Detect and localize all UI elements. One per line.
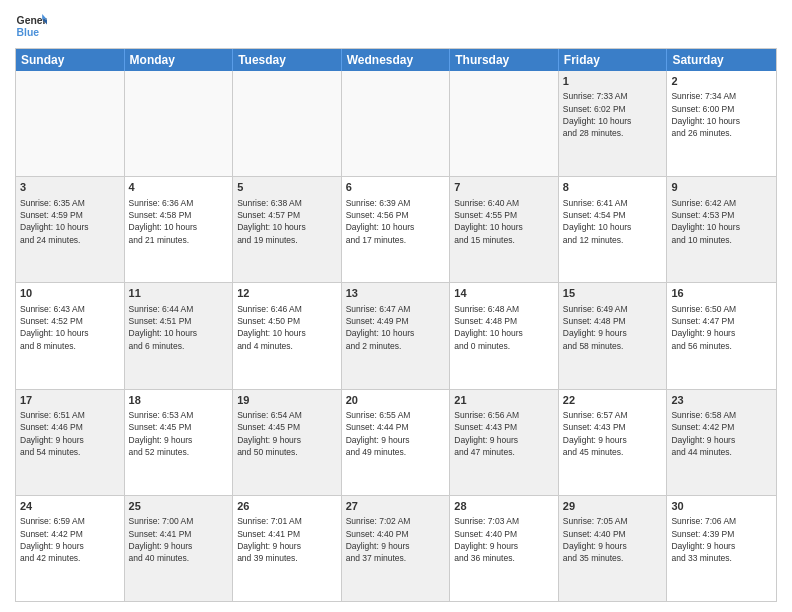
day-cell-30: 30Sunrise: 7:06 AM Sunset: 4:39 PM Dayli… (667, 496, 776, 601)
day-info: Sunrise: 6:55 AM Sunset: 4:44 PM Dayligh… (346, 409, 446, 458)
day-cell-19: 19Sunrise: 6:54 AM Sunset: 4:45 PM Dayli… (233, 390, 342, 495)
day-cell-10: 10Sunrise: 6:43 AM Sunset: 4:52 PM Dayli… (16, 283, 125, 388)
header-day-tuesday: Tuesday (233, 49, 342, 71)
day-info: Sunrise: 6:44 AM Sunset: 4:51 PM Dayligh… (129, 303, 229, 352)
day-number: 20 (346, 393, 446, 408)
calendar-header: SundayMondayTuesdayWednesdayThursdayFrid… (16, 49, 776, 71)
day-info: Sunrise: 7:06 AM Sunset: 4:39 PM Dayligh… (671, 515, 772, 564)
day-number: 17 (20, 393, 120, 408)
day-info: Sunrise: 6:35 AM Sunset: 4:59 PM Dayligh… (20, 197, 120, 246)
day-number: 19 (237, 393, 337, 408)
day-cell-29: 29Sunrise: 7:05 AM Sunset: 4:40 PM Dayli… (559, 496, 668, 601)
day-number: 5 (237, 180, 337, 195)
day-cell-12: 12Sunrise: 6:46 AM Sunset: 4:50 PM Dayli… (233, 283, 342, 388)
empty-cell-0-0 (16, 71, 125, 176)
day-cell-22: 22Sunrise: 6:57 AM Sunset: 4:43 PM Dayli… (559, 390, 668, 495)
day-number: 18 (129, 393, 229, 408)
day-info: Sunrise: 6:57 AM Sunset: 4:43 PM Dayligh… (563, 409, 663, 458)
day-info: Sunrise: 6:36 AM Sunset: 4:58 PM Dayligh… (129, 197, 229, 246)
day-cell-20: 20Sunrise: 6:55 AM Sunset: 4:44 PM Dayli… (342, 390, 451, 495)
day-info: Sunrise: 7:01 AM Sunset: 4:41 PM Dayligh… (237, 515, 337, 564)
day-number: 24 (20, 499, 120, 514)
day-number: 12 (237, 286, 337, 301)
day-cell-11: 11Sunrise: 6:44 AM Sunset: 4:51 PM Dayli… (125, 283, 234, 388)
calendar-row-2: 10Sunrise: 6:43 AM Sunset: 4:52 PM Dayli… (16, 282, 776, 388)
header-day-saturday: Saturday (667, 49, 776, 71)
day-cell-1: 1Sunrise: 7:33 AM Sunset: 6:02 PM Daylig… (559, 71, 668, 176)
day-number: 29 (563, 499, 663, 514)
day-cell-16: 16Sunrise: 6:50 AM Sunset: 4:47 PM Dayli… (667, 283, 776, 388)
day-cell-3: 3Sunrise: 6:35 AM Sunset: 4:59 PM Daylig… (16, 177, 125, 282)
day-info: Sunrise: 7:03 AM Sunset: 4:40 PM Dayligh… (454, 515, 554, 564)
day-number: 4 (129, 180, 229, 195)
day-info: Sunrise: 6:39 AM Sunset: 4:56 PM Dayligh… (346, 197, 446, 246)
day-info: Sunrise: 6:42 AM Sunset: 4:53 PM Dayligh… (671, 197, 772, 246)
day-info: Sunrise: 6:54 AM Sunset: 4:45 PM Dayligh… (237, 409, 337, 458)
day-info: Sunrise: 6:58 AM Sunset: 4:42 PM Dayligh… (671, 409, 772, 458)
calendar-row-4: 24Sunrise: 6:59 AM Sunset: 4:42 PM Dayli… (16, 495, 776, 601)
day-info: Sunrise: 6:56 AM Sunset: 4:43 PM Dayligh… (454, 409, 554, 458)
day-cell-13: 13Sunrise: 6:47 AM Sunset: 4:49 PM Dayli… (342, 283, 451, 388)
day-number: 10 (20, 286, 120, 301)
day-cell-9: 9Sunrise: 6:42 AM Sunset: 4:53 PM Daylig… (667, 177, 776, 282)
day-cell-21: 21Sunrise: 6:56 AM Sunset: 4:43 PM Dayli… (450, 390, 559, 495)
day-cell-8: 8Sunrise: 6:41 AM Sunset: 4:54 PM Daylig… (559, 177, 668, 282)
day-cell-6: 6Sunrise: 6:39 AM Sunset: 4:56 PM Daylig… (342, 177, 451, 282)
day-info: Sunrise: 6:48 AM Sunset: 4:48 PM Dayligh… (454, 303, 554, 352)
header-day-thursday: Thursday (450, 49, 559, 71)
day-number: 8 (563, 180, 663, 195)
day-cell-4: 4Sunrise: 6:36 AM Sunset: 4:58 PM Daylig… (125, 177, 234, 282)
day-info: Sunrise: 7:05 AM Sunset: 4:40 PM Dayligh… (563, 515, 663, 564)
day-number: 11 (129, 286, 229, 301)
logo-icon: General Blue (15, 10, 47, 42)
svg-text:Blue: Blue (17, 27, 40, 38)
day-info: Sunrise: 6:41 AM Sunset: 4:54 PM Dayligh… (563, 197, 663, 246)
day-cell-18: 18Sunrise: 6:53 AM Sunset: 4:45 PM Dayli… (125, 390, 234, 495)
calendar-body: 1Sunrise: 7:33 AM Sunset: 6:02 PM Daylig… (16, 71, 776, 601)
day-number: 16 (671, 286, 772, 301)
day-cell-5: 5Sunrise: 6:38 AM Sunset: 4:57 PM Daylig… (233, 177, 342, 282)
day-number: 14 (454, 286, 554, 301)
day-number: 2 (671, 74, 772, 89)
day-number: 28 (454, 499, 554, 514)
empty-cell-0-4 (450, 71, 559, 176)
day-number: 21 (454, 393, 554, 408)
day-number: 3 (20, 180, 120, 195)
day-number: 15 (563, 286, 663, 301)
day-cell-17: 17Sunrise: 6:51 AM Sunset: 4:46 PM Dayli… (16, 390, 125, 495)
day-info: Sunrise: 7:34 AM Sunset: 6:00 PM Dayligh… (671, 90, 772, 139)
day-cell-24: 24Sunrise: 6:59 AM Sunset: 4:42 PM Dayli… (16, 496, 125, 601)
day-number: 22 (563, 393, 663, 408)
day-info: Sunrise: 6:43 AM Sunset: 4:52 PM Dayligh… (20, 303, 120, 352)
calendar-row-0: 1Sunrise: 7:33 AM Sunset: 6:02 PM Daylig… (16, 71, 776, 176)
header-day-friday: Friday (559, 49, 668, 71)
day-info: Sunrise: 7:33 AM Sunset: 6:02 PM Dayligh… (563, 90, 663, 139)
logo: General Blue (15, 10, 47, 42)
day-cell-2: 2Sunrise: 7:34 AM Sunset: 6:00 PM Daylig… (667, 71, 776, 176)
day-number: 9 (671, 180, 772, 195)
page: General Blue SundayMondayTuesdayWednesda… (0, 0, 792, 612)
day-number: 25 (129, 499, 229, 514)
day-info: Sunrise: 6:46 AM Sunset: 4:50 PM Dayligh… (237, 303, 337, 352)
day-number: 6 (346, 180, 446, 195)
day-cell-28: 28Sunrise: 7:03 AM Sunset: 4:40 PM Dayli… (450, 496, 559, 601)
day-number: 23 (671, 393, 772, 408)
day-info: Sunrise: 7:00 AM Sunset: 4:41 PM Dayligh… (129, 515, 229, 564)
day-info: Sunrise: 6:49 AM Sunset: 4:48 PM Dayligh… (563, 303, 663, 352)
day-info: Sunrise: 6:50 AM Sunset: 4:47 PM Dayligh… (671, 303, 772, 352)
day-info: Sunrise: 6:53 AM Sunset: 4:45 PM Dayligh… (129, 409, 229, 458)
day-cell-23: 23Sunrise: 6:58 AM Sunset: 4:42 PM Dayli… (667, 390, 776, 495)
day-info: Sunrise: 6:47 AM Sunset: 4:49 PM Dayligh… (346, 303, 446, 352)
calendar-row-3: 17Sunrise: 6:51 AM Sunset: 4:46 PM Dayli… (16, 389, 776, 495)
day-number: 13 (346, 286, 446, 301)
day-number: 30 (671, 499, 772, 514)
calendar-row-1: 3Sunrise: 6:35 AM Sunset: 4:59 PM Daylig… (16, 176, 776, 282)
day-number: 27 (346, 499, 446, 514)
day-cell-7: 7Sunrise: 6:40 AM Sunset: 4:55 PM Daylig… (450, 177, 559, 282)
header-day-monday: Monday (125, 49, 234, 71)
day-info: Sunrise: 6:40 AM Sunset: 4:55 PM Dayligh… (454, 197, 554, 246)
calendar: SundayMondayTuesdayWednesdayThursdayFrid… (15, 48, 777, 602)
header: General Blue (15, 10, 777, 42)
header-day-sunday: Sunday (16, 49, 125, 71)
day-cell-27: 27Sunrise: 7:02 AM Sunset: 4:40 PM Dayli… (342, 496, 451, 601)
